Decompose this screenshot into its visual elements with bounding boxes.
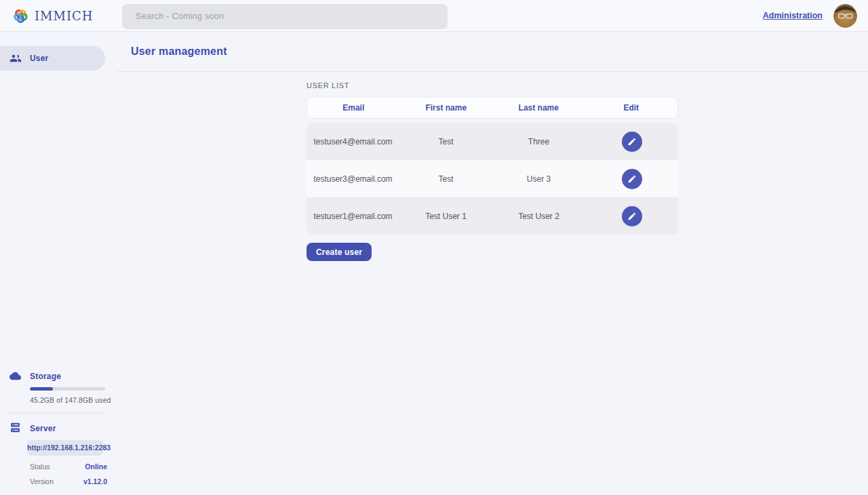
- sidebar-footer: Storage 45.2GB of 147.8GB used Server ht…: [0, 370, 117, 494]
- edit-user-button[interactable]: [622, 132, 642, 152]
- status-value: Online: [85, 462, 107, 471]
- sidebar-divider: [8, 413, 105, 414]
- cell-edit: [585, 169, 678, 189]
- pencil-icon: [627, 137, 637, 146]
- user-avatar[interactable]: [833, 4, 857, 28]
- column-header-first-name: First name: [400, 103, 493, 113]
- user-list-panel: USER LIST EmailFirst nameLast nameEdit t…: [307, 80, 678, 261]
- table-row: testuser1@email.comTest User 1Test User …: [307, 197, 678, 235]
- cell-email: testuser1@email.com: [307, 212, 399, 221]
- server-status-row: Status Online: [30, 462, 107, 471]
- cell-email: testuser4@email.com: [307, 137, 399, 146]
- header-right: Administration: [763, 4, 868, 28]
- cloud-icon: [9, 370, 21, 382]
- server-rack-icon: [9, 422, 21, 434]
- edit-user-button[interactable]: [622, 169, 642, 189]
- cell-edit: [585, 132, 678, 152]
- avatar-photo-icon: [833, 4, 857, 28]
- section-title: USER LIST: [307, 81, 678, 90]
- pencil-icon: [627, 174, 637, 184]
- table-row: testuser4@email.comTestThree: [307, 123, 678, 160]
- app-title: IMMICH: [35, 9, 94, 23]
- page-title: User management: [131, 45, 227, 58]
- status-label: Status: [30, 462, 50, 471]
- main-content: User management USER LIST EmailFirst nam…: [117, 32, 868, 494]
- sidebar-item-label: User: [30, 54, 48, 63]
- immich-logo-icon: [13, 8, 28, 24]
- cell-last-name: Three: [492, 137, 585, 146]
- storage-progress-fill: [30, 387, 53, 391]
- server-version-row: Version v1.12.0: [30, 477, 107, 486]
- version-label: Version: [30, 477, 54, 486]
- version-value: v1.12.0: [83, 477, 107, 486]
- server-title: Server: [30, 424, 56, 433]
- column-header-email: Email: [307, 103, 400, 113]
- edit-user-button[interactable]: [622, 206, 642, 226]
- cell-last-name: Test User 2: [492, 212, 585, 221]
- storage-section: Storage 45.2GB of 147.8GB used: [0, 370, 117, 404]
- app-body: User Storage 45.2GB of 147.8GB used: [0, 32, 868, 494]
- server-section: Server http://192.168.1.216:2283 Status …: [0, 422, 117, 486]
- cell-edit: [585, 206, 678, 226]
- server-url-badge: http://192.168.1.216:2283: [27, 440, 103, 456]
- cell-first-name: Test User 1: [399, 212, 492, 221]
- app-logo: IMMICH: [0, 8, 122, 24]
- sidebar-item-user[interactable]: User: [0, 46, 105, 71]
- cell-first-name: Test: [399, 174, 492, 184]
- table-row: testuser3@email.comTestUser 3: [307, 160, 678, 197]
- storage-usage-text: 45.2GB of 147.8GB used: [30, 396, 117, 404]
- column-header-last-name: Last name: [492, 103, 585, 113]
- administration-link[interactable]: Administration: [763, 11, 823, 20]
- storage-progress-bar: [30, 387, 105, 391]
- page-title-bar: User management: [117, 32, 868, 72]
- pencil-icon: [627, 212, 637, 221]
- cell-email: testuser3@email.com: [307, 174, 399, 184]
- cell-first-name: Test: [399, 137, 492, 146]
- table-body: testuser4@email.comTestThreetestuser3@em…: [307, 123, 678, 235]
- table-header-row: EmailFirst nameLast nameEdit: [307, 97, 678, 119]
- create-user-button[interactable]: Create user: [307, 243, 372, 261]
- cell-last-name: User 3: [492, 174, 585, 184]
- app-header: IMMICH Administration: [0, 0, 868, 32]
- users-icon: [9, 52, 22, 64]
- sidebar: User Storage 45.2GB of 147.8GB used: [0, 32, 117, 494]
- search-input[interactable]: [122, 4, 448, 29]
- storage-title: Storage: [30, 372, 61, 381]
- column-header-edit: Edit: [585, 103, 678, 113]
